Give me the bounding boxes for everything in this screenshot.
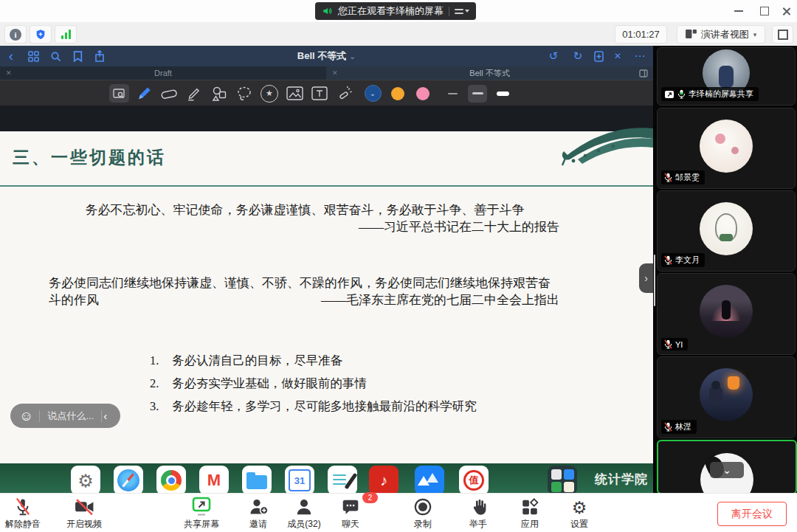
gmail-dock-icon[interactable]: M [199, 466, 229, 493]
view-mode-selector[interactable]: 演讲者视图 ▾ [677, 25, 765, 44]
unmute-button[interactable]: 解除静音 [1, 497, 44, 531]
list-item: 1.务必认清自己的目标，尽早准备 [150, 354, 477, 367]
blue-app-dock-icon[interactable] [415, 466, 444, 493]
banner-divider [449, 7, 449, 16]
tab-draft[interactable]: ✕ Draft [0, 66, 326, 80]
bookmark-icon[interactable] [66, 47, 89, 65]
settings-dock-icon[interactable]: ⚙ [71, 466, 100, 493]
shapes-tool[interactable] [207, 83, 232, 104]
participant-tile[interactable]: 林涅 [657, 356, 796, 438]
participant-label: 李绎楠的屏幕共享 [661, 87, 759, 101]
lasso-tool[interactable] [232, 83, 257, 104]
participant-tile[interactable]: YI [657, 273, 796, 355]
notes-dock-icon[interactable] [328, 466, 357, 493]
leave-meeting-button[interactable]: 离开会议 [717, 502, 787, 526]
minimize-button[interactable] [726, 0, 751, 22]
apps-button[interactable]: 应用 [509, 497, 551, 531]
smzdm-dock-icon[interactable]: 值 [459, 466, 489, 493]
participant-label: 邹景雯 [661, 170, 705, 184]
watching-banner[interactable]: 您正在观看李绎楠的屏幕 [315, 2, 476, 20]
stroke-thick[interactable] [490, 83, 515, 104]
highlighter-tool[interactable] [182, 83, 207, 104]
calendar-dock-icon[interactable]: 31 [285, 466, 314, 493]
image-tool[interactable] [282, 83, 307, 104]
color-orange[interactable] [385, 83, 410, 104]
screen-share-icon [664, 90, 674, 99]
folder-dock-icon[interactable] [242, 466, 272, 493]
chrome-dock-icon[interactable] [156, 466, 186, 493]
undo-icon[interactable]: ↺ [542, 47, 565, 65]
chat-button[interactable]: 2 聊天 [330, 497, 371, 531]
close-tab-icon[interactable]: ✕ [332, 69, 338, 77]
image-icon [286, 86, 303, 100]
lasso-icon [235, 86, 253, 102]
members-button[interactable]: 成员(32) [280, 497, 328, 531]
fullscreen-button[interactable] [772, 25, 793, 44]
highlighter-icon [186, 86, 202, 102]
share-screen-icon [191, 497, 212, 517]
color-pink[interactable] [410, 83, 435, 104]
participant-tile-sharer[interactable]: 李绎楠的屏幕共享 [657, 47, 796, 106]
scroll-down-button[interactable]: ⌄ [710, 462, 744, 478]
raise-hand-icon [469, 497, 488, 517]
tab-bell[interactable]: ✕ Bell 不等式 [326, 66, 653, 80]
list-item: 3.务必趁年轻，多学习，尽可能多地接触最前沿的科学研究 [150, 400, 477, 412]
selected-color-caret-icon: ⌄ [365, 85, 382, 102]
network-signal-button[interactable] [55, 25, 77, 44]
avatar-detail [715, 134, 725, 144]
share-export-icon[interactable] [89, 47, 111, 65]
settings-button[interactable]: ⚙ 设置 [559, 497, 600, 531]
sticker-tool[interactable]: ★ [257, 83, 282, 104]
close-button[interactable] [774, 0, 797, 22]
app-group-dock-icon[interactable] [548, 466, 577, 493]
eraser-tool[interactable] [156, 83, 182, 104]
collapse-chevron-icon[interactable]: ‹ [103, 410, 107, 422]
stroke-thin[interactable] [440, 83, 465, 104]
speaker-icon [322, 6, 333, 16]
close-document-icon[interactable]: ✕ [607, 47, 629, 65]
stroke-medium-selected[interactable] [465, 83, 490, 104]
zoom-window-tool[interactable] [106, 83, 131, 104]
more-icon[interactable]: ⋯ [629, 47, 651, 65]
mic-muted-icon [13, 497, 32, 517]
dropdown-caret-icon: ▾ [753, 31, 757, 38]
raise-hand-button[interactable]: 举手 [458, 497, 499, 531]
sidebar-collapse-handle[interactable]: › [639, 263, 653, 293]
split-view-icon[interactable] [639, 69, 648, 77]
music-dock-icon[interactable]: ♪ [369, 466, 398, 493]
chat-input-placeholder[interactable]: 说点什么... [47, 410, 94, 423]
banner-menu-icon[interactable] [455, 9, 469, 14]
meeting-info-button[interactable]: i [4, 25, 27, 44]
text-tool[interactable] [307, 83, 332, 104]
color-blue-selected[interactable]: ⌄ [360, 83, 385, 104]
participant-tile[interactable]: 李文月 [657, 190, 796, 272]
redo-icon[interactable]: ↻ [567, 47, 589, 65]
maximize-button[interactable] [752, 0, 777, 22]
notes-navbar: ‹ Bell 不等式 ⌄ ↺ ↻ ✕ ⋯ [0, 46, 653, 66]
notes-tabbar: ✕ Draft ✕ Bell 不等式 [0, 66, 653, 80]
eraser-icon [160, 86, 178, 101]
start-video-button[interactable]: 开启视频 [62, 497, 106, 531]
safari-dock-icon[interactable] [114, 466, 143, 493]
invite-button[interactable]: 邀请 [238, 497, 279, 531]
avatar-detail [731, 147, 739, 154]
laser-tool[interactable] [332, 83, 357, 104]
avatar-detail [722, 300, 731, 319]
security-shield-button[interactable] [30, 25, 52, 44]
slide-list: 1.务必认清自己的目标，尽早准备 2.务必夯实学业基础，做好眼前的事情 3.务必… [150, 354, 477, 423]
mic-muted-icon [664, 173, 672, 182]
quick-chat-bubble[interactable]: ☺ 说点什么... ‹ [10, 404, 120, 428]
sidebar-scrollbar[interactable] [654, 255, 655, 306]
avatar-figure [711, 381, 720, 390]
close-tab-icon[interactable]: ✕ [6, 69, 12, 77]
record-button[interactable]: 录制 [402, 497, 444, 531]
mic-muted-icon [664, 339, 672, 349]
pen-tool[interactable] [131, 83, 156, 104]
participant-tile-partial[interactable]: ⌄ [657, 440, 797, 494]
participant-tile[interactable]: 邹景雯 [657, 108, 796, 189]
back-icon[interactable]: ‹ [0, 47, 22, 65]
emoji-icon[interactable]: ☺ [19, 408, 33, 424]
share-screen-button[interactable]: 共享屏幕 [179, 497, 224, 531]
thumbnails-icon[interactable] [22, 47, 44, 65]
search-icon[interactable] [44, 47, 66, 65]
